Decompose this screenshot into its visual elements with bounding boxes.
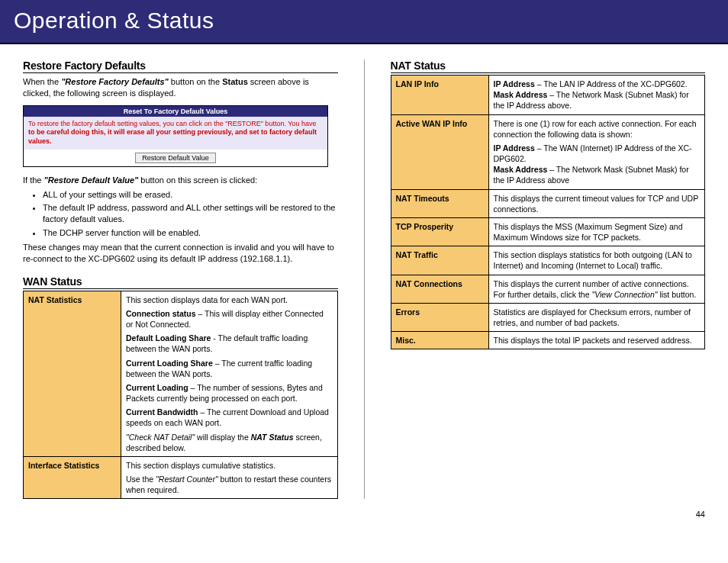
t: Current Loading Share	[126, 359, 213, 368]
table-row: Active WAN IP Info There is one (1) row …	[391, 114, 705, 189]
table-row: NAT Traffic This section displays statis…	[391, 246, 705, 275]
row-desc: This displays the current number of acti…	[488, 275, 705, 303]
row-desc: This displays the total IP packets and r…	[488, 332, 705, 349]
router-warning: To restore the factory default setting v…	[24, 117, 327, 150]
t: Status	[222, 77, 248, 86]
t: list button.	[659, 290, 696, 299]
row-label: Active WAN IP Info	[391, 114, 488, 189]
t: This section displays data for each WAN …	[126, 295, 288, 304]
t: There is one (1) row for each active con…	[494, 118, 701, 140]
wan-heading: WAN Status	[23, 275, 338, 289]
restore-heading: Restore Factory Defaults	[23, 60, 338, 73]
table-row: NAT Statistics This section displays dat…	[24, 291, 338, 456]
page-banner: Operation & Status	[0, 0, 728, 44]
row-label: Interface Statistics	[24, 456, 121, 499]
row-desc: There is one (1) row for each active con…	[488, 114, 705, 189]
table-row: Misc. This displays the total IP packets…	[391, 332, 705, 349]
table-row: Interface Statistics This section displa…	[24, 456, 338, 499]
table-row: NAT Timeouts This displays the current t…	[391, 189, 705, 217]
page-body: Restore Factory Defaults When the "Resto…	[0, 44, 728, 507]
t: This section displays cumulative statist…	[126, 461, 275, 470]
router-button-row: Restore Default Value	[24, 150, 327, 166]
row-label: Errors	[391, 303, 488, 331]
t: "Restore Factory Defaults"	[61, 77, 169, 86]
t: Connection status	[126, 309, 196, 318]
left-column: Restore Factory Defaults When the "Resto…	[23, 60, 338, 499]
t: IP Address	[494, 79, 535, 88]
t: If the	[23, 175, 44, 185]
table-row: Errors Statistics are displayed for Chec…	[391, 303, 705, 331]
row-label: NAT Statistics	[24, 291, 121, 456]
t: "Restart Counter"	[156, 475, 218, 484]
t: When the	[23, 77, 61, 86]
row-desc: IP Address – The LAN IP Address of the X…	[488, 76, 705, 115]
nat-heading: NAT Status	[391, 60, 706, 73]
row-desc: This displays the current timeout values…	[488, 189, 705, 217]
row-label: NAT Timeouts	[391, 189, 488, 217]
table-row: TCP Prosperity This displays the MSS (Ma…	[391, 217, 705, 246]
column-divider	[364, 60, 365, 499]
t: Default Loading Share	[126, 333, 211, 343]
t: Mask Address	[494, 165, 548, 174]
row-desc: This section displays cumulative statist…	[121, 456, 338, 499]
row-label: TCP Prosperity	[391, 217, 488, 246]
t: NAT Status	[251, 433, 294, 442]
t: button on this screen is clicked:	[140, 175, 257, 185]
t: Use the	[126, 475, 156, 484]
t: button on the	[171, 77, 222, 86]
list-item: The default IP address, password and ALL…	[43, 202, 338, 225]
t: Current Loading	[126, 383, 188, 392]
page-number: 44	[0, 507, 728, 526]
t: "View Connection"	[591, 290, 657, 299]
list-item: ALL of your settings will be erased.	[43, 189, 338, 201]
row-label: Misc.	[391, 332, 488, 349]
restore-default-button[interactable]: Restore Default Value	[135, 153, 215, 163]
t: Current Bandwidth	[126, 407, 198, 417]
t: To restore the factory default setting v…	[28, 120, 316, 127]
t: IP Address	[494, 143, 535, 153]
t: will display the	[197, 433, 251, 442]
row-label: LAN IP Info	[391, 76, 488, 115]
t: "Restore Default Value"	[44, 175, 139, 185]
t: "Check NAT Detail"	[126, 433, 195, 442]
row-desc: This section displays statistics for bot…	[488, 246, 705, 275]
restore-after-intro: If the "Restore Default Value" button on…	[23, 175, 338, 186]
restore-closing: These changes may mean that the current …	[23, 242, 338, 265]
list-item: The DCHP server function will be enabled…	[43, 227, 338, 239]
t: to be careful doing this, it will erase …	[28, 128, 317, 145]
t: Mask Address	[494, 90, 548, 99]
router-screenshot: Reset To Factory Default Values To resto…	[23, 105, 328, 167]
row-desc: Statistics are displayed for Checksum er…	[488, 303, 705, 331]
row-desc: This displays the MSS (Maximum Segment S…	[488, 217, 705, 246]
nat-table: LAN IP Info IP Address – The LAN IP Addr…	[391, 75, 706, 349]
row-label: NAT Traffic	[391, 246, 488, 275]
row-desc: This section displays data for each WAN …	[121, 291, 338, 456]
t: – The LAN IP Address of the XC-DPG602.	[535, 79, 688, 88]
restore-intro: When the "Restore Factory Defaults" butt…	[23, 76, 338, 99]
wan-table: NAT Statistics This section displays dat…	[23, 291, 338, 500]
router-title: Reset To Factory Default Values	[24, 106, 327, 117]
restore-bullets: ALL of your settings will be erased. The…	[27, 189, 338, 239]
table-row: LAN IP Info IP Address – The LAN IP Addr…	[391, 76, 705, 115]
row-label: NAT Connections	[391, 275, 488, 303]
right-column: NAT Status LAN IP Info IP Address – The …	[391, 60, 706, 499]
table-row: NAT Connections This displays the curren…	[391, 275, 705, 303]
